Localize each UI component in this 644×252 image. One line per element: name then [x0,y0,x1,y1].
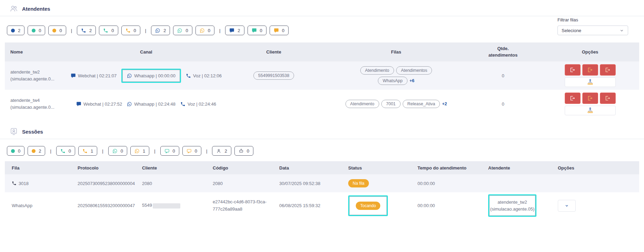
badge-sessions-robot[interactable]: 0 [234,146,253,156]
session-agent-cell: atendente_tw2 (simulacao.agente.05) [487,192,556,219]
badge-count: 0 [69,148,71,154]
whatsapp-icon [134,148,140,154]
session-code: 2080 [211,179,278,188]
phone-icon [82,148,88,154]
sessoes-table-header: Fila Protocolo Cliente Código Data Statu… [5,161,639,174]
agent-queues-cell: Atendimento Atendimentos WhatsApp +6 [327,64,465,87]
logout-voice-button[interactable] [600,93,616,104]
queue-pill: Release_Ativa [403,100,440,108]
session-row: WhatsApp 20250806155932000000047 5549 e2… [5,192,639,219]
badge-count: 2 [163,28,166,33]
badge-agents-whatsapp-teal[interactable]: 0 [173,26,192,35]
section-title-atendentes: Atendentes [22,6,50,12]
badge-agents-whatsapp-blue[interactable]: 2 [151,26,170,35]
whatsapp-icon [127,101,132,107]
logout-whatsapp-button[interactable] [582,64,598,76]
logout-webchat-button[interactable] [565,64,581,76]
badge-count: 0 [195,148,197,154]
agent-queues-tree-button[interactable] [565,77,616,87]
badge-agents-dot-teal[interactable]: 0 [28,26,45,35]
logout-whatsapp-button[interactable] [582,93,598,104]
agent-qtde-cell: 0 [465,71,541,80]
agent-options-cell [541,62,639,89]
sessoes-header: Sessões [5,123,639,139]
session-client-cell: 5549 [141,201,211,210]
session-options-dropdown-button[interactable] [558,200,576,212]
col-cliente: Cliente [141,163,211,173]
badge-sessions-person[interactable]: 2 [212,146,231,156]
badge-agents-chat-blue[interactable]: 2 [225,26,244,35]
sessions-icon [10,127,18,136]
badge-count: 0 [121,148,123,154]
agent-queues-tree-button[interactable] [565,106,616,115]
session-date: 06/08/2025 15:59:32 [278,201,347,210]
col-protocolo: Protocolo [76,163,141,173]
badge-agents-phone-orange[interactable]: 0 [121,26,140,35]
phone-icon [103,28,108,33]
badge-sessions-chat-orange[interactable]: 0 [182,146,201,156]
badge-agents-phone-teal[interactable]: 0 [99,26,118,35]
logout-voice-button[interactable] [600,64,616,76]
badge-count: 0 [185,28,188,33]
badge-count: 2 [39,148,41,154]
atendentes-section: Atendentes 2 0 0 | 2 0 0 | 2 0 0 | 2 0 0… [5,0,639,118]
sitemap-icon [587,107,594,114]
agent-login: (simulacao.agente.0... [10,76,71,83]
badge-sessions-phone-orange[interactable]: 1 [78,146,97,156]
col-tempo: Tempo do atendimento [416,163,487,173]
badge-group-separator: | [143,28,148,33]
queue-pill: 7001 [381,100,401,108]
badge-group-separator: | [218,28,222,33]
badge-agents-chat-teal[interactable]: 0 [248,26,266,35]
badge-count: 0 [282,28,284,33]
col-filas: Filas [327,47,465,57]
channel-voz: Voz | 02:24:46 [180,101,216,107]
status-dot-icon [52,29,56,32]
agent-channels-cell: Webchat | 02:21:07 Whatsapp | 00:00:00 V… [72,67,220,85]
client-number-pill: 5549991503538 [253,71,294,80]
chat-bubble-icon [274,28,279,33]
badge-agents-phone-blue[interactable]: 2 [77,26,96,35]
badge-count: 1 [143,148,145,154]
badge-count: 0 [247,148,249,154]
badge-count: 0 [208,28,210,33]
queue-pill: WhatsApp [378,77,407,85]
badge-sessions-whatsapp-teal[interactable]: 0 [108,146,127,156]
badge-sessions-dot-teal[interactable]: 0 [7,146,24,156]
badge-sessions-dot-orange[interactable]: 2 [28,146,45,156]
badge-count: 0 [134,28,136,33]
channel-voz: Voz | 02:12:06 [186,73,222,78]
whatsapp-icon [200,28,205,33]
col-cliente: Cliente [220,47,327,57]
badge-sessions-chat-teal[interactable]: 0 [160,146,179,156]
session-time: 00:00:00 [416,179,487,188]
badge-agents-chat-orange[interactable]: 0 [270,26,289,35]
filter-filas-select[interactable]: Selecione [557,26,628,35]
agent-options-cell [541,90,639,117]
robot-icon [239,148,244,154]
logout-webchat-button[interactable] [565,93,581,104]
queues-more-link[interactable]: +6 [410,78,414,83]
col-nome: Nome [5,47,72,57]
logout-icon [605,67,611,73]
session-queue-cell: 3018 [5,179,76,188]
sitemap-icon [587,79,594,86]
agents-dashboard: Atendentes 2 0 0 | 2 0 0 | 2 0 0 | 2 0 0… [0,0,644,219]
badge-agents-dot-blue[interactable]: 2 [7,26,24,35]
badge-sessions-whatsapp-orange[interactable]: 1 [130,146,149,156]
channel-label: Webchat | 02:21:07 [78,73,117,78]
col-atendente: Atendente [487,163,556,173]
badge-group-separator: | [69,28,74,33]
badge-count: 0 [39,28,41,33]
col-fila: Fila [5,163,76,173]
badge-agents-whatsapp-orange[interactable]: 0 [195,26,214,35]
badge-sessions-phone-teal[interactable]: 0 [56,146,75,156]
phone-icon [12,181,17,186]
logout-icon [570,95,575,101]
channel-whatsapp: Whatsapp | 02:24:48 [127,101,175,107]
queue-pill: Atendimento [360,66,394,75]
queues-more-link[interactable]: +2 [442,101,447,106]
badge-agents-dot-orange[interactable]: 0 [48,26,66,35]
phone-icon [125,28,131,33]
col-qtde: Qtde. atendimentos [465,43,541,61]
